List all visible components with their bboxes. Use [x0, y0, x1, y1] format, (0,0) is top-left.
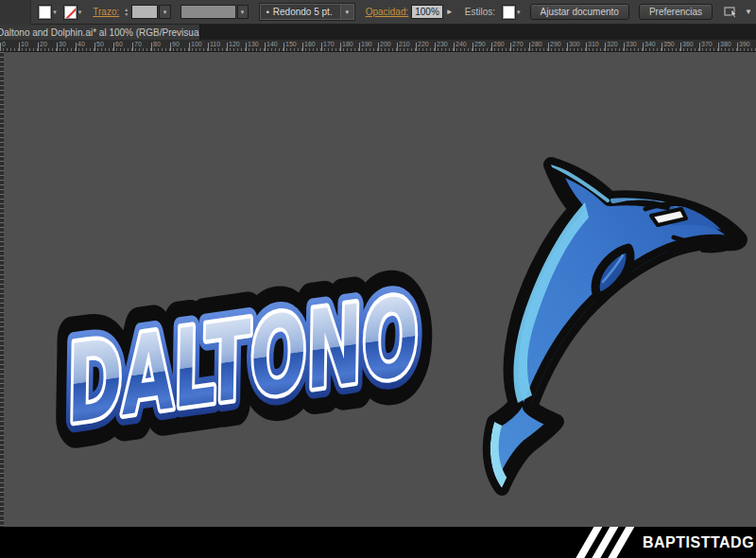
- width-profile-dropdown-arrow[interactable]: ▾: [237, 5, 249, 19]
- ruler-tick-cell: 20: [38, 40, 57, 51]
- ruler-tick-cell: 270: [510, 40, 529, 51]
- ruler-tick-cell: 380: [718, 40, 737, 51]
- ruler-tick-cell: 350: [662, 40, 680, 51]
- watermark-bar: BAPTISTTADG: [0, 527, 756, 558]
- ruler-tick-cell: 280: [529, 40, 548, 51]
- panel-menu-dropdown-icon[interactable]: ▼: [745, 8, 752, 16]
- brush-dropdown-icon[interactable]: ▾: [340, 5, 353, 19]
- ruler-tick-cell: 290: [548, 40, 567, 51]
- ruler-tick-cell: 200: [378, 40, 397, 51]
- options-toolbar: ▾ ▾ Trazo: ▲ ▼ ▾ ▾ • Redondo 5 pt. ▾ Opa…: [0, 0, 756, 25]
- stroke-weight-field[interactable]: [131, 5, 158, 19]
- ruler-tick-cell: 90: [170, 40, 189, 51]
- stroke-weight-stepper[interactable]: ▲ ▼: [124, 8, 129, 17]
- brush-definition-combo[interactable]: • Redondo 5 pt. ▾: [260, 4, 354, 20]
- brush-bullet-icon: •: [261, 8, 273, 17]
- ruler-tick-cell: 230: [435, 40, 454, 51]
- document-tab-title: Daltono and Dolphin.ai* al 100% (RGB/Pre…: [0, 27, 200, 38]
- ruler-tick-cell: 150: [284, 40, 302, 51]
- ruler-tick-cell: 180: [340, 40, 359, 51]
- style-dropdown-icon[interactable]: ▾: [517, 9, 521, 16]
- opacity-field[interactable]: 100%: [411, 5, 443, 19]
- ruler-tick-cell: 30: [57, 40, 76, 51]
- fill-dropdown-icon[interactable]: ▾: [53, 9, 57, 16]
- horizontal-ruler[interactable]: 0102030405060708090100110120130140150160…: [0, 40, 756, 52]
- fit-document-button[interactable]: Ajustar documento: [530, 4, 629, 20]
- ruler-tick-cell: 60: [113, 40, 132, 51]
- document-tab[interactable]: Daltono and Dolphin.ai* al 100% (RGB/Pre…: [0, 25, 200, 40]
- stroke-color-none-swatch[interactable]: [64, 6, 77, 19]
- ruler-tick-cell: 130: [246, 40, 265, 51]
- dolphin-artwork[interactable]: [466, 149, 749, 509]
- style-swatch[interactable]: [503, 6, 515, 19]
- illustrator-window: ▾ ▾ Trazo: ▲ ▼ ▾ ▾ • Redondo 5 pt. ▾ Opa…: [0, 0, 756, 558]
- ruler-tick-cell: 320: [605, 40, 624, 51]
- stroke-label[interactable]: Trazo:: [93, 7, 119, 17]
- ruler-tick-cell: 300: [567, 40, 586, 51]
- ruler-tick-cell: 370: [699, 40, 718, 51]
- ruler-tick-cell: 190: [359, 40, 378, 51]
- stroke-dropdown-icon[interactable]: ▾: [78, 9, 82, 16]
- ruler-tick-cell: 220: [416, 40, 435, 51]
- document-tab-bar: Daltono and Dolphin.ai* al 100% (RGB/Pre…: [0, 25, 756, 40]
- pointer-panel-icon[interactable]: [724, 6, 739, 18]
- ruler-tick-cell: 80: [151, 40, 170, 51]
- ruler-tick-cell: 170: [321, 40, 340, 51]
- opacity-label[interactable]: Opacidad:: [366, 7, 409, 17]
- opacity-slider-icon[interactable]: ►: [446, 8, 454, 16]
- styles-label: Estilos:: [465, 7, 495, 17]
- brush-definition-value: Redondo 5 pt.: [273, 7, 340, 17]
- stepper-down-icon[interactable]: ▼: [124, 12, 129, 17]
- preferences-button[interactable]: Preferencias: [639, 4, 713, 20]
- ruler-tick-cell: 110: [208, 40, 227, 51]
- ruler-tick-cell: 340: [643, 40, 662, 51]
- fill-color-swatch[interactable]: [39, 6, 51, 19]
- ruler-tick-cell: 360: [680, 40, 699, 51]
- ruler-tick-cell: 210: [397, 40, 416, 51]
- ruler-tick-cell: 330: [624, 40, 643, 51]
- ruler-tick-cell: 10: [19, 40, 38, 51]
- watermark-brand-text: BAPTISTTADG: [643, 534, 754, 551]
- ruler-tick-cell: 390: [737, 40, 756, 51]
- ruler-tick-cell: 310: [586, 40, 605, 51]
- daltono-logo-artwork[interactable]: DALTONO DALTONO DALTONO DALTONO: [28, 255, 444, 454]
- variable-width-profile-dropdown[interactable]: [180, 5, 236, 19]
- ruler-tick-cell: 240: [454, 40, 472, 51]
- ruler-tick-cell: 100: [189, 40, 208, 51]
- toolbar-left-spacer: [0, 0, 31, 25]
- ruler-tick-cell: 160: [302, 40, 321, 51]
- ruler-tick-cell: 0: [0, 40, 19, 51]
- ruler-tick-cell: 260: [491, 40, 510, 51]
- ruler-tick-cell: 70: [132, 40, 151, 51]
- logo-text: DALTONO: [53, 274, 427, 447]
- ruler-tick-cell: 250: [472, 40, 491, 51]
- artboard-canvas[interactable]: DALTONO DALTONO DALTONO DALTONO: [0, 52, 756, 527]
- stroke-weight-dropdown[interactable]: ▾: [159, 5, 170, 19]
- vertical-ruler[interactable]: [0, 52, 4, 527]
- ruler-tick-cell: 50: [94, 40, 113, 51]
- ruler-tick-cell: 120: [227, 40, 246, 51]
- ruler-tick-cell: 140: [265, 40, 284, 51]
- ruler-tick-cell: 40: [76, 40, 94, 51]
